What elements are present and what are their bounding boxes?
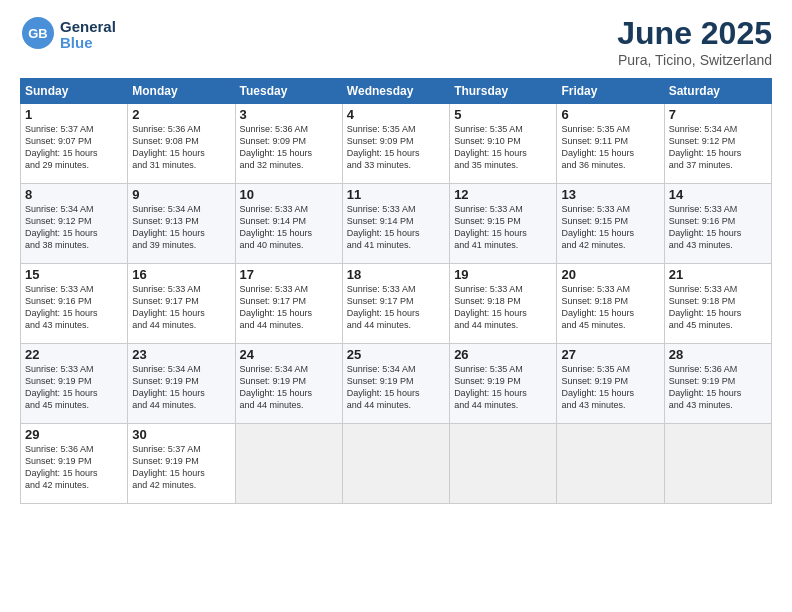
day-detail: Sunrise: 5:33 AMSunset: 9:14 PMDaylight:… (240, 203, 338, 252)
day-number: 8 (25, 187, 123, 202)
table-row (235, 424, 342, 504)
table-row: 9Sunrise: 5:34 AMSunset: 9:13 PMDaylight… (128, 184, 235, 264)
table-row: 23Sunrise: 5:34 AMSunset: 9:19 PMDayligh… (128, 344, 235, 424)
calendar-row: 22Sunrise: 5:33 AMSunset: 9:19 PMDayligh… (21, 344, 772, 424)
day-number: 18 (347, 267, 445, 282)
table-row: 24Sunrise: 5:34 AMSunset: 9:19 PMDayligh… (235, 344, 342, 424)
day-number: 9 (132, 187, 230, 202)
table-row: 10Sunrise: 5:33 AMSunset: 9:14 PMDayligh… (235, 184, 342, 264)
logo: GB General Blue (20, 15, 116, 55)
table-row: 2Sunrise: 5:36 AMSunset: 9:08 PMDaylight… (128, 104, 235, 184)
day-number: 30 (132, 427, 230, 442)
location: Pura, Ticino, Switzerland (617, 52, 772, 68)
day-detail: Sunrise: 5:33 AMSunset: 9:17 PMDaylight:… (132, 283, 230, 332)
day-detail: Sunrise: 5:37 AMSunset: 9:07 PMDaylight:… (25, 123, 123, 172)
day-detail: Sunrise: 5:36 AMSunset: 9:09 PMDaylight:… (240, 123, 338, 172)
day-detail: Sunrise: 5:36 AMSunset: 9:19 PMDaylight:… (25, 443, 123, 492)
logo-blue: Blue (60, 35, 116, 52)
day-detail: Sunrise: 5:35 AMSunset: 9:19 PMDaylight:… (454, 363, 552, 412)
table-row: 12Sunrise: 5:33 AMSunset: 9:15 PMDayligh… (450, 184, 557, 264)
day-number: 16 (132, 267, 230, 282)
table-row: 30Sunrise: 5:37 AMSunset: 9:19 PMDayligh… (128, 424, 235, 504)
day-detail: Sunrise: 5:34 AMSunset: 9:19 PMDaylight:… (240, 363, 338, 412)
day-detail: Sunrise: 5:36 AMSunset: 9:08 PMDaylight:… (132, 123, 230, 172)
table-row: 29Sunrise: 5:36 AMSunset: 9:19 PMDayligh… (21, 424, 128, 504)
day-number: 21 (669, 267, 767, 282)
day-number: 2 (132, 107, 230, 122)
table-row: 4Sunrise: 5:35 AMSunset: 9:09 PMDaylight… (342, 104, 449, 184)
day-number: 11 (347, 187, 445, 202)
table-row (450, 424, 557, 504)
day-detail: Sunrise: 5:33 AMSunset: 9:15 PMDaylight:… (454, 203, 552, 252)
header-friday: Friday (557, 79, 664, 104)
day-number: 28 (669, 347, 767, 362)
day-number: 20 (561, 267, 659, 282)
svg-text:GB: GB (28, 26, 48, 41)
table-row: 7Sunrise: 5:34 AMSunset: 9:12 PMDaylight… (664, 104, 771, 184)
header-saturday: Saturday (664, 79, 771, 104)
table-row: 8Sunrise: 5:34 AMSunset: 9:12 PMDaylight… (21, 184, 128, 264)
day-detail: Sunrise: 5:33 AMSunset: 9:18 PMDaylight:… (669, 283, 767, 332)
header: GB General Blue June 2025 Pura, Ticino, … (20, 15, 772, 68)
table-row: 26Sunrise: 5:35 AMSunset: 9:19 PMDayligh… (450, 344, 557, 424)
day-number: 3 (240, 107, 338, 122)
calendar-row: 15Sunrise: 5:33 AMSunset: 9:16 PMDayligh… (21, 264, 772, 344)
table-row: 27Sunrise: 5:35 AMSunset: 9:19 PMDayligh… (557, 344, 664, 424)
table-row (342, 424, 449, 504)
day-detail: Sunrise: 5:33 AMSunset: 9:16 PMDaylight:… (25, 283, 123, 332)
calendar-table: Sunday Monday Tuesday Wednesday Thursday… (20, 78, 772, 504)
header-wednesday: Wednesday (342, 79, 449, 104)
day-detail: Sunrise: 5:37 AMSunset: 9:19 PMDaylight:… (132, 443, 230, 492)
day-detail: Sunrise: 5:34 AMSunset: 9:19 PMDaylight:… (132, 363, 230, 412)
day-detail: Sunrise: 5:34 AMSunset: 9:13 PMDaylight:… (132, 203, 230, 252)
day-number: 24 (240, 347, 338, 362)
day-detail: Sunrise: 5:35 AMSunset: 9:11 PMDaylight:… (561, 123, 659, 172)
day-detail: Sunrise: 5:33 AMSunset: 9:18 PMDaylight:… (561, 283, 659, 332)
calendar-row: 1Sunrise: 5:37 AMSunset: 9:07 PMDaylight… (21, 104, 772, 184)
month-title: June 2025 (617, 15, 772, 52)
page-container: GB General Blue June 2025 Pura, Ticino, … (0, 0, 792, 514)
day-detail: Sunrise: 5:35 AMSunset: 9:19 PMDaylight:… (561, 363, 659, 412)
table-row (664, 424, 771, 504)
day-detail: Sunrise: 5:33 AMSunset: 9:17 PMDaylight:… (347, 283, 445, 332)
day-detail: Sunrise: 5:34 AMSunset: 9:12 PMDaylight:… (25, 203, 123, 252)
header-thursday: Thursday (450, 79, 557, 104)
table-row: 20Sunrise: 5:33 AMSunset: 9:18 PMDayligh… (557, 264, 664, 344)
day-number: 13 (561, 187, 659, 202)
day-detail: Sunrise: 5:34 AMSunset: 9:19 PMDaylight:… (347, 363, 445, 412)
header-sunday: Sunday (21, 79, 128, 104)
day-number: 15 (25, 267, 123, 282)
day-detail: Sunrise: 5:33 AMSunset: 9:17 PMDaylight:… (240, 283, 338, 332)
day-number: 26 (454, 347, 552, 362)
table-row: 3Sunrise: 5:36 AMSunset: 9:09 PMDaylight… (235, 104, 342, 184)
weekday-header-row: Sunday Monday Tuesday Wednesday Thursday… (21, 79, 772, 104)
day-number: 5 (454, 107, 552, 122)
day-number: 1 (25, 107, 123, 122)
day-number: 27 (561, 347, 659, 362)
day-detail: Sunrise: 5:33 AMSunset: 9:19 PMDaylight:… (25, 363, 123, 412)
table-row: 17Sunrise: 5:33 AMSunset: 9:17 PMDayligh… (235, 264, 342, 344)
table-row: 15Sunrise: 5:33 AMSunset: 9:16 PMDayligh… (21, 264, 128, 344)
day-detail: Sunrise: 5:33 AMSunset: 9:16 PMDaylight:… (669, 203, 767, 252)
table-row: 22Sunrise: 5:33 AMSunset: 9:19 PMDayligh… (21, 344, 128, 424)
table-row: 5Sunrise: 5:35 AMSunset: 9:10 PMDaylight… (450, 104, 557, 184)
table-row: 11Sunrise: 5:33 AMSunset: 9:14 PMDayligh… (342, 184, 449, 264)
day-number: 29 (25, 427, 123, 442)
day-detail: Sunrise: 5:35 AMSunset: 9:09 PMDaylight:… (347, 123, 445, 172)
day-number: 19 (454, 267, 552, 282)
day-number: 4 (347, 107, 445, 122)
day-number: 7 (669, 107, 767, 122)
table-row: 28Sunrise: 5:36 AMSunset: 9:19 PMDayligh… (664, 344, 771, 424)
day-detail: Sunrise: 5:36 AMSunset: 9:19 PMDaylight:… (669, 363, 767, 412)
table-row: 25Sunrise: 5:34 AMSunset: 9:19 PMDayligh… (342, 344, 449, 424)
table-row (557, 424, 664, 504)
table-row: 18Sunrise: 5:33 AMSunset: 9:17 PMDayligh… (342, 264, 449, 344)
day-number: 23 (132, 347, 230, 362)
day-number: 25 (347, 347, 445, 362)
day-number: 17 (240, 267, 338, 282)
table-row: 13Sunrise: 5:33 AMSunset: 9:15 PMDayligh… (557, 184, 664, 264)
calendar-row: 29Sunrise: 5:36 AMSunset: 9:19 PMDayligh… (21, 424, 772, 504)
day-number: 6 (561, 107, 659, 122)
table-row: 1Sunrise: 5:37 AMSunset: 9:07 PMDaylight… (21, 104, 128, 184)
title-block: June 2025 Pura, Ticino, Switzerland (617, 15, 772, 68)
